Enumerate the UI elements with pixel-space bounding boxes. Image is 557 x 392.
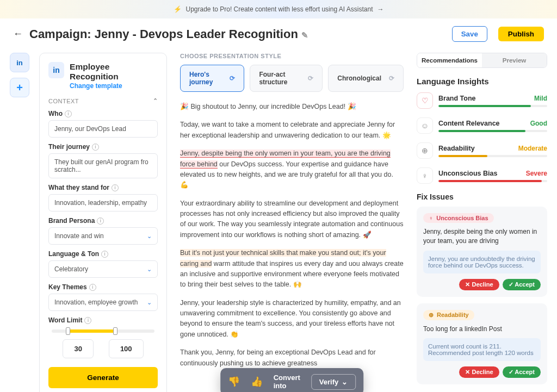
info-icon[interactable]: i (89, 284, 96, 291)
insight-level: Mild (534, 95, 547, 102)
para-3: Jenny, despite being the only women in y… (180, 148, 404, 191)
style-tab-fouract[interactable]: Four-act structure⟳ (250, 65, 323, 92)
back-arrow-icon[interactable]: ← (13, 28, 23, 40)
insight-readability: Readability (438, 145, 475, 152)
fix-card-readability: ⊕Readability Too long for a linkedIn Pos… (417, 303, 547, 384)
edit-icon[interactable]: ✎ (301, 30, 308, 40)
fix-suggestion: Current word count is 211. Recommended p… (423, 338, 541, 361)
refresh-icon[interactable]: ⟳ (308, 74, 313, 82)
chevron-down-icon: ⌄ (147, 266, 152, 273)
convert-button[interactable]: Convert into (274, 374, 300, 390)
themes-label: Key Themes (48, 283, 87, 291)
publish-button[interactable]: Publish (498, 27, 544, 41)
info-icon[interactable]: i (112, 184, 119, 191)
wordlimit-label: Word Limit (48, 316, 82, 324)
save-button[interactable]: Save (452, 26, 487, 42)
wordlimit-slider[interactable] (52, 329, 154, 333)
tab-recommendations[interactable]: Recommendations (417, 53, 482, 67)
fix-issues-title: Fix Issues (417, 192, 547, 201)
content-body[interactable]: 🎉 Big shoutout to Jenny, our incredible … (180, 102, 404, 369)
person-icon: ☺ (417, 117, 433, 134)
insight-relevance: Content Relevance (438, 120, 500, 127)
accept-button[interactable]: ✓ Accept (503, 279, 541, 290)
globe-icon: ⊕ (417, 142, 433, 159)
decline-button[interactable]: ✕ Decline (459, 279, 499, 290)
info-icon[interactable]: i (97, 217, 104, 225)
badge-readability: ⊕Readability (423, 310, 474, 320)
wordlimit-max[interactable]: 100 (109, 339, 144, 358)
globe-icon: ⊕ (429, 312, 434, 319)
fix-card-bias: ♀Unconscious Bias Jenny, despite being t… (417, 207, 547, 297)
insight-level: Good (530, 120, 547, 127)
chevron-up-icon[interactable]: ⌃ (153, 97, 158, 104)
verify-button[interactable]: Verify⌄ (311, 374, 356, 390)
context-label: CONTEXT (48, 98, 79, 104)
decline-button[interactable]: ✕ Decline (459, 366, 499, 378)
journey-label: Their journey (48, 143, 90, 151)
para-6: Jenny, your leadership style is characte… (180, 298, 404, 340)
slider-handle-min[interactable] (66, 327, 70, 335)
para-4: Your extraordinary ability to streamline… (180, 198, 404, 241)
fix-suggestion: Jenny, you are undoubtedly the driving f… (423, 251, 541, 273)
bias-icon: ♀ (417, 167, 433, 184)
insight-bias: Unconscious Bias (438, 170, 497, 177)
themes-select[interactable]: Innovation, employee growth⌄ (48, 294, 158, 311)
info-icon[interactable]: i (65, 110, 72, 117)
heart-icon: ♡ (417, 92, 433, 109)
wordlimit-min[interactable]: 30 (63, 339, 93, 358)
slider-handle-max[interactable] (113, 327, 117, 335)
banner-text: Upgrade to Pro! Create content with less… (186, 5, 373, 13)
chevron-down-icon: ⌄ (147, 299, 152, 306)
fix-text: Too long for a linkedIn Post (423, 325, 541, 334)
add-channel-button[interactable]: + (10, 78, 29, 97)
arrow-right-icon: → (377, 5, 383, 13)
info-icon[interactable]: i (92, 144, 99, 151)
para-2: Today, we want to take a moment to celeb… (180, 120, 404, 141)
linkedin-icon: in (48, 62, 64, 78)
linkedin-channel-button[interactable]: in (10, 53, 29, 72)
para-7: Thank you, Jenny, for being an exception… (180, 347, 404, 369)
persona-select[interactable]: Innovate and win⌄ (48, 227, 158, 245)
accept-button[interactable]: ✓ Accept (503, 366, 541, 378)
change-template-link[interactable]: Change template (70, 82, 122, 90)
thumbs-down-icon[interactable]: 👎 (228, 376, 240, 388)
tab-preview[interactable]: Preview (482, 53, 547, 67)
template-title: Employee Recognition (70, 62, 158, 82)
refresh-icon[interactable]: ⟳ (230, 74, 235, 82)
bias-icon: ♀ (429, 215, 433, 221)
thumbs-up-icon[interactable]: 👍 (251, 376, 263, 388)
language-select[interactable]: Celebratory⌄ (48, 260, 158, 278)
refresh-icon[interactable]: ⟳ (389, 74, 394, 82)
para-5: But it's not just your technical skills … (180, 248, 404, 290)
upgrade-banner[interactable]: ⚡ Upgrade to Pro! Create content with le… (0, 0, 557, 18)
chevron-down-icon: ⌄ (147, 233, 152, 240)
standfor-input[interactable] (48, 194, 158, 211)
persona-label: Brand Persona (48, 217, 95, 225)
action-bar: 👎 👍 Convert into Verify⌄ (220, 368, 364, 392)
generate-button[interactable]: Generate (48, 367, 158, 388)
info-icon[interactable]: i (84, 317, 91, 324)
who-label: Who (48, 110, 63, 117)
insight-level: Severe (526, 170, 547, 177)
who-input[interactable] (48, 120, 158, 138)
bolt-icon: ⚡ (174, 5, 182, 13)
fix-text: Jenny, despite being the only women in y… (423, 227, 541, 246)
insights-title: Language Insights (417, 77, 547, 86)
style-label: CHOOSE PRESENTATION STYLE (180, 53, 404, 59)
style-tab-chrono[interactable]: Chronological⟳ (328, 65, 404, 92)
insight-level: Moderate (518, 145, 547, 152)
badge-bias: ♀Unconscious Bias (423, 213, 494, 223)
info-icon[interactable]: i (101, 251, 108, 258)
chevron-down-icon: ⌄ (342, 378, 348, 386)
style-tab-hero[interactable]: Hero's journey⟳ (180, 65, 244, 92)
page-title: Campaign: Jenny - Devops Leader Recognit… (29, 27, 445, 41)
standfor-label: What they stand for (48, 184, 109, 191)
language-label: Language & Ton (48, 250, 99, 258)
journey-textarea[interactable]: They built our genAI program fro scratch… (48, 153, 158, 178)
insight-brand-tone: Brand Tone (438, 95, 476, 102)
para-1: 🎉 Big shoutout to Jenny, our incredible … (180, 102, 404, 112)
